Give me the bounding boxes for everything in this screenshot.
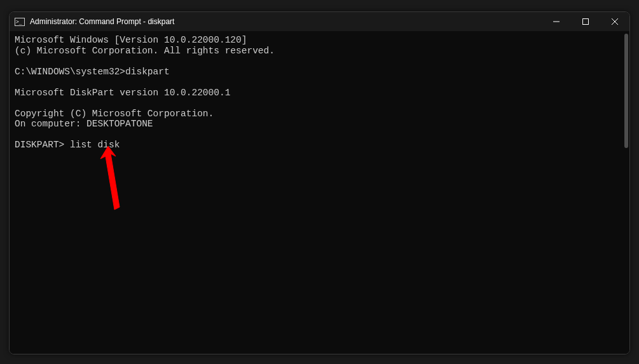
cmd-icon: >_ — [15, 17, 25, 26]
svg-text:>_: >_ — [16, 19, 22, 25]
close-button[interactable] — [600, 12, 629, 31]
minimize-button[interactable] — [542, 12, 571, 31]
svg-rect-3 — [583, 19, 589, 25]
scrollbar-thumb[interactable] — [624, 34, 628, 148]
window-title: Administrator: Command Prompt - diskpart — [30, 17, 174, 26]
titlebar[interactable]: >_ Administrator: Command Prompt - diskp… — [10, 12, 629, 31]
terminal-output: Microsoft Windows [Version 10.0.22000.12… — [12, 34, 624, 152]
command-prompt-window: >_ Administrator: Command Prompt - diskp… — [9, 11, 630, 354]
maximize-button[interactable] — [571, 12, 600, 31]
window-controls — [542, 12, 629, 31]
terminal-area[interactable]: Microsoft Windows [Version 10.0.22000.12… — [10, 31, 629, 354]
